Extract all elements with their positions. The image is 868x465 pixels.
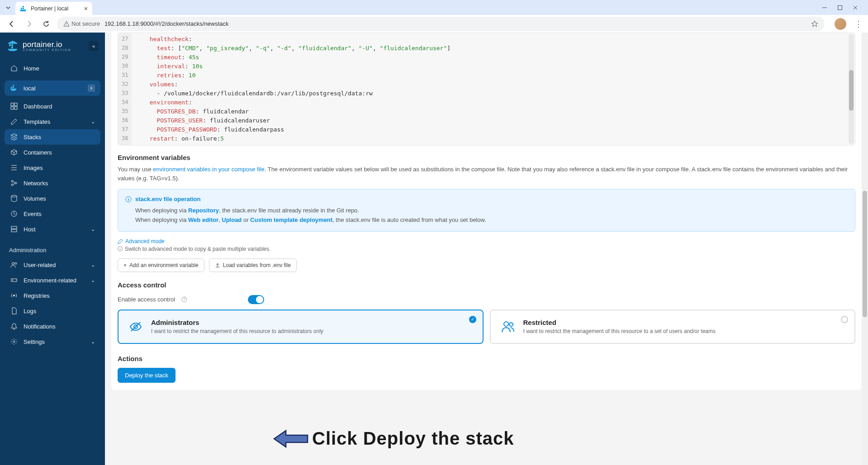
close-window-icon[interactable]: [853, 5, 858, 10]
eye-off-icon: [128, 319, 144, 335]
reload-button[interactable]: [40, 18, 52, 30]
compose-editor[interactable]: 272829303132333435363738 healthcheck: te…: [118, 33, 855, 146]
sidebar-item-notifications[interactable]: Notifications: [5, 319, 100, 334]
sidebar-item-label: Networks: [24, 180, 48, 187]
database-icon: [10, 194, 18, 202]
sidebar-item-events[interactable]: Events: [5, 206, 100, 221]
gear-icon: [10, 338, 18, 346]
plus-icon: +: [123, 262, 127, 268]
home-icon: [10, 64, 18, 72]
svg-rect-9: [13, 85, 14, 86]
minimize-icon[interactable]: [822, 5, 827, 10]
svg-point-32: [509, 323, 513, 326]
sidebar-item-logs[interactable]: Logs: [5, 303, 100, 319]
annotation-text: Click Deploy the stack: [312, 428, 514, 449]
line-gutter: 272829303132333435363738: [118, 33, 132, 145]
sidebar-item-label: Environment-related: [24, 277, 76, 284]
sidebar-item-networks[interactable]: Networks: [5, 175, 100, 191]
clock-icon: [10, 210, 18, 218]
svg-rect-19: [11, 226, 17, 229]
radio-icon: [10, 291, 18, 300]
users-icon: [500, 319, 516, 335]
svg-rect-7: [11, 87, 12, 88]
layers-icon: [10, 133, 18, 141]
info-box-title: stack.env file operation: [135, 196, 201, 202]
sidebar-item-containers[interactable]: Containers: [5, 145, 100, 160]
actions-heading: Actions: [118, 355, 855, 362]
main-content: 272829303132333435363738 healthcheck: te…: [105, 33, 868, 465]
stack-env-info-box: stack.env file operation When deploying …: [118, 189, 855, 232]
load-env-file-button[interactable]: Load variables from .env file: [209, 258, 297, 272]
scrollbar-thumb[interactable]: [863, 191, 867, 317]
sidebar-item-images[interactable]: Images: [5, 160, 100, 175]
chevron-down-icon: ⌄: [91, 119, 95, 125]
collapse-sidebar-button[interactable]: «: [89, 41, 99, 51]
svg-point-17: [11, 195, 17, 197]
code-content[interactable]: healthcheck: test: ["CMD", "pg_isready",…: [132, 33, 855, 145]
close-environment-icon[interactable]: ×: [88, 85, 95, 92]
deploy-stack-button[interactable]: Deploy the stack: [118, 368, 175, 383]
tab-list-button[interactable]: [4, 3, 13, 12]
svg-rect-13: [14, 107, 17, 109]
check-icon: ✓: [469, 316, 476, 323]
bookmark-icon[interactable]: [811, 20, 818, 28]
svg-point-21: [12, 263, 14, 265]
env-vars-doc-link[interactable]: environment variables in your compose fi…: [153, 166, 264, 173]
access-option-restricted[interactable]: Restricted I want to restrict the manage…: [490, 310, 856, 344]
sidebar-item-templates[interactable]: Templates ⌄: [5, 114, 100, 129]
environment-name: local: [24, 85, 36, 92]
tab-title: Portainer | local: [31, 5, 81, 12]
advanced-mode-tip: Switch to advanced mode to copy & paste …: [118, 246, 855, 252]
sidebar-item-environment-related[interactable]: Environment-related ⌄: [5, 272, 100, 288]
sidebar-item-settings[interactable]: Settings ⌄: [5, 334, 100, 349]
access-option-administrators[interactable]: Administrators I want to restrict the ma…: [118, 310, 484, 344]
server-icon: [10, 225, 18, 233]
share-icon: [10, 179, 18, 187]
portainer-favicon-icon: [20, 5, 27, 12]
security-indicator[interactable]: Not secure: [63, 20, 100, 27]
scrollbar-thumb[interactable]: [849, 70, 854, 111]
chevron-down-icon: ⌄: [91, 226, 95, 232]
svg-rect-11: [14, 103, 17, 106]
svg-rect-10: [11, 103, 14, 106]
access-option-description: I want to restrict the management of thi…: [523, 328, 716, 334]
logo[interactable]: portainer.io COMMUNITY EDITION «: [5, 40, 100, 52]
sidebar-item-dashboard[interactable]: Dashboard: [5, 99, 100, 114]
chevron-down-icon: ⌄: [91, 277, 95, 283]
access-control-toggle[interactable]: [248, 295, 264, 304]
arrow-left-icon: [272, 429, 308, 449]
tab-bar: Portainer | local ×: [0, 0, 868, 15]
access-control-heading: Access control: [118, 281, 855, 289]
sidebar-item-stacks[interactable]: Stacks: [5, 129, 100, 145]
sidebar-item-label: Volumes: [24, 195, 46, 202]
browser-tab[interactable]: Portainer | local ×: [15, 2, 92, 15]
editor-scrollbar[interactable]: [849, 34, 854, 144]
env-vars-description: You may use environment variables in you…: [118, 165, 855, 183]
sidebar-item-home[interactable]: Home: [5, 61, 100, 76]
radio-unchecked-icon: [841, 316, 848, 323]
svg-rect-4: [9, 44, 11, 46]
address-bar[interactable]: Not secure 192.168.1.18:9000/#!/2/docker…: [57, 17, 825, 31]
sidebar-item-user-related[interactable]: User-related ⌄: [5, 257, 100, 272]
sidebar-item-label: Registries: [24, 292, 50, 299]
sidebar-item-registries[interactable]: Registries: [5, 288, 100, 303]
logo-subtitle: COMMUNITY EDITION: [23, 48, 71, 52]
forward-button[interactable]: [23, 18, 35, 30]
back-button[interactable]: [5, 18, 18, 30]
edit-icon: [10, 117, 18, 126]
info-icon: [125, 196, 132, 202]
access-option-title: Administrators: [151, 319, 323, 326]
sidebar-item-host[interactable]: Host ⌄: [5, 221, 100, 237]
env-vars-heading: Environment variables: [118, 154, 855, 161]
close-tab-icon[interactable]: ×: [84, 5, 88, 12]
add-env-var-button[interactable]: + Add an environment variable: [118, 258, 204, 272]
advanced-mode-link[interactable]: Advanced mode: [118, 238, 855, 244]
maximize-icon[interactable]: [837, 5, 843, 10]
sidebar-item-label: Stacks: [24, 134, 41, 141]
browser-menu-icon[interactable]: ⋮: [854, 19, 863, 29]
sidebar-environment-selector[interactable]: local ×: [5, 80, 100, 96]
page-scrollbar[interactable]: [862, 33, 868, 465]
sidebar-item-volumes[interactable]: Volumes: [5, 191, 100, 206]
profile-avatar[interactable]: [835, 18, 846, 30]
help-icon[interactable]: [181, 296, 187, 302]
